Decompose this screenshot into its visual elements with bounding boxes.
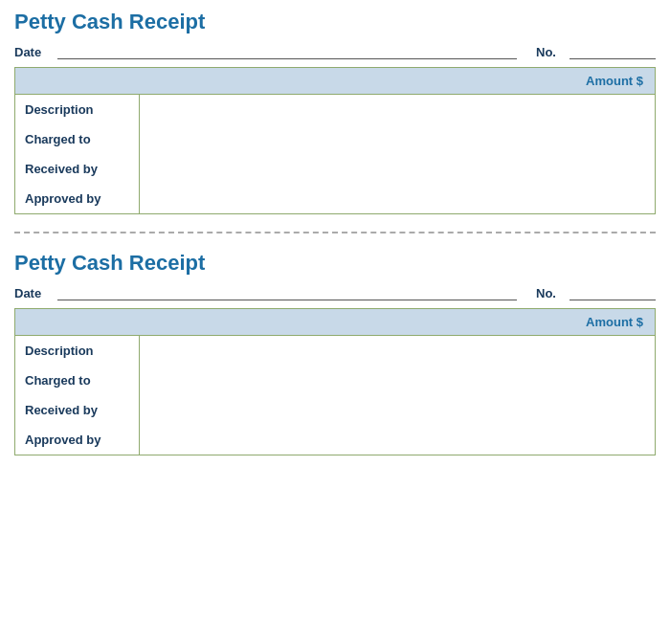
charged-to-value-2[interactable]: [140, 366, 656, 395]
receipt-2: Petty Cash Receipt Date No. Amount $ Des…: [14, 251, 656, 455]
table-row: Description: [15, 336, 656, 366]
section-divider: [14, 232, 656, 233]
table-row: Approved by: [15, 184, 656, 214]
date-input-line-2[interactable]: [57, 285, 517, 300]
receipt-table-1: Amount $ Description Charged to Received…: [14, 67, 656, 214]
no-input-line-1[interactable]: [570, 44, 656, 59]
date-input-line-1[interactable]: [57, 44, 517, 59]
received-by-value-1[interactable]: [140, 154, 656, 184]
receipt-2-title: Petty Cash Receipt: [14, 251, 656, 276]
charged-to-label-1: Charged to: [15, 124, 140, 154]
description-label-1: Description: [15, 95, 140, 125]
table-row: Charged to: [15, 124, 656, 154]
receipt-1: Petty Cash Receipt Date No. Amount $ Des…: [14, 10, 656, 214]
table-row: Received by: [15, 395, 656, 425]
approved-by-label-2: Approved by: [15, 425, 140, 455]
date-label-2: Date: [14, 286, 48, 300]
table-row: Charged to: [15, 366, 656, 395]
approved-by-value-2[interactable]: [140, 425, 656, 455]
description-value-2[interactable]: [140, 336, 656, 366]
no-label-2: No.: [536, 286, 560, 300]
received-by-value-2[interactable]: [140, 395, 656, 425]
table-row: Received by: [15, 154, 656, 184]
amount-header-1: Amount $: [15, 68, 656, 95]
no-input-line-2[interactable]: [570, 285, 656, 300]
description-value-1[interactable]: [140, 95, 656, 125]
received-by-label-2: Received by: [15, 395, 140, 425]
table-row: Description: [15, 95, 656, 125]
table-row: Approved by: [15, 425, 656, 455]
description-label-2: Description: [15, 336, 140, 366]
received-by-label-1: Received by: [15, 154, 140, 184]
date-label-1: Date: [14, 45, 48, 59]
approved-by-label-1: Approved by: [15, 184, 140, 214]
amount-header-2: Amount $: [15, 309, 656, 336]
date-row-1: Date No.: [14, 44, 656, 59]
receipt-table-2: Amount $ Description Charged to Received…: [14, 308, 656, 455]
no-label-1: No.: [536, 45, 560, 59]
date-row-2: Date No.: [14, 285, 656, 300]
charged-to-label-2: Charged to: [15, 366, 140, 395]
approved-by-value-1[interactable]: [140, 184, 656, 214]
receipt-1-title: Petty Cash Receipt: [14, 10, 656, 34]
charged-to-value-1[interactable]: [140, 124, 656, 154]
